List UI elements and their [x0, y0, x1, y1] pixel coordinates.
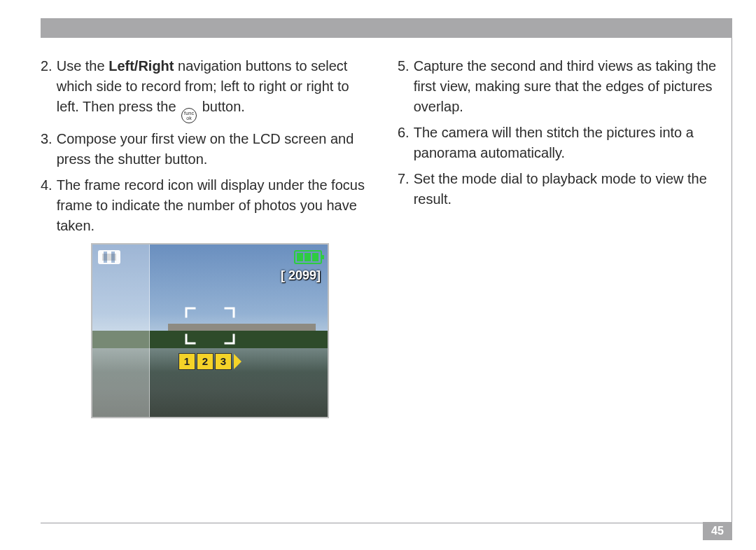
frame-box-2: 2: [197, 353, 214, 370]
step-text: Set the mode dial to playback mode to vi…: [414, 169, 732, 209]
lcd-overlap-strip: [92, 245, 150, 417]
step2-pre: Use the: [57, 58, 108, 74]
step2-bold: Left/Right: [108, 58, 174, 74]
shots-remaining-counter: [ 2099]: [281, 268, 321, 283]
battery-segment: [297, 253, 303, 261]
step2-post2: button.: [198, 99, 245, 114]
frame-box-3: 3: [215, 353, 232, 370]
battery-icon: [294, 250, 322, 264]
page-number: 45: [703, 522, 732, 540]
step-number: 2.: [41, 56, 52, 123]
step-text: The frame record icon will display under…: [57, 175, 375, 236]
left-column: 2. Use the Left/Right navigation buttons…: [41, 56, 375, 508]
instruction-step-4: 4. The frame record icon will display un…: [41, 175, 375, 236]
lcd-figure-wrap: [ 2099] 1 2: [41, 243, 375, 418]
func-ok-bottom: ok: [186, 116, 192, 121]
step-number: 7.: [398, 169, 410, 209]
step-number: 4.: [41, 175, 52, 236]
content-columns: 2. Use the Left/Right navigation buttons…: [41, 56, 732, 508]
panorama-mode-icon: [98, 250, 120, 264]
frame-box-1: 1: [178, 353, 195, 370]
margin-rule-bottom: [41, 523, 731, 523]
instruction-step-5: 5. Capture the second and third views as…: [398, 56, 732, 117]
header-bar: [41, 18, 732, 38]
manual-page: 2. Use the Left/Right navigation buttons…: [0, 0, 756, 550]
instruction-step-3: 3. Compose your first view on the LCD sc…: [41, 129, 375, 170]
battery-segment: [312, 253, 318, 261]
instruction-step-7: 7. Set the mode dial to playback mode to…: [398, 169, 732, 209]
direction-arrow-icon: [234, 354, 241, 369]
step-text: Use the Left/Right navigation buttons to…: [57, 56, 375, 123]
battery-segment: [304, 253, 311, 261]
step-text: Capture the second and third views as ta…: [414, 56, 732, 117]
frame-record-indicator: 1 2 3: [178, 353, 241, 370]
func-ok-icon: funcok: [181, 108, 197, 123]
step-text: Compose your first view on the LCD scree…: [57, 129, 375, 170]
right-column: 5. Capture the second and third views as…: [398, 56, 732, 508]
step-text: The camera will then stitch the pictures…: [414, 123, 732, 163]
step-number: 3.: [41, 129, 52, 170]
camera-lcd-preview: [ 2099] 1 2: [91, 243, 329, 418]
instruction-step-2: 2. Use the Left/Right navigation buttons…: [41, 56, 375, 123]
margin-rule-right: [732, 38, 732, 523]
focus-frame-icon: [185, 307, 235, 345]
instruction-step-6: 6. The camera will then stitch the pictu…: [398, 123, 732, 163]
step-number: 5.: [398, 56, 410, 117]
func-ok-top: func: [184, 111, 194, 116]
step-number: 6.: [398, 123, 410, 163]
